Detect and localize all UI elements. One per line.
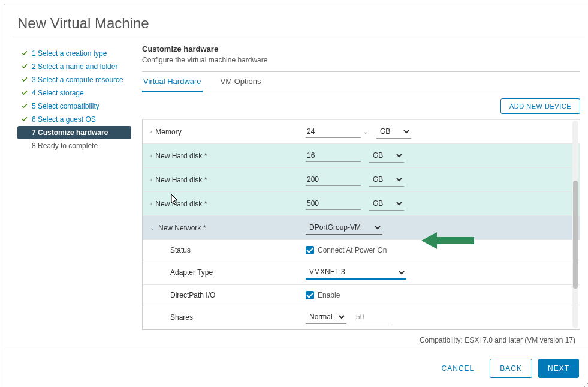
step-storage[interactable]: 4 Select storage: [17, 86, 131, 100]
row-label-text: New Hard disk *: [155, 152, 207, 160]
next-button[interactable]: NEXT: [538, 359, 579, 378]
memory-unit-select[interactable]: GB: [376, 125, 411, 139]
add-new-device-button[interactable]: ADD NEW DEVICE: [500, 98, 580, 114]
compatibility-note: Compatibility: ESXi 7.0 and later (VM ve…: [142, 336, 575, 344]
hd3-size-input[interactable]: [306, 197, 361, 210]
row-label-text: Memory: [155, 128, 181, 136]
step-label: 1 Select a creation type: [32, 49, 107, 58]
new-vm-modal: New Virtual Machine 1 Select a creation …: [4, 4, 588, 387]
step-label: 2 Select a name and folder: [32, 62, 117, 71]
device-list: ›Memory ⌄ GB ›New Hard disk * GB: [142, 119, 580, 330]
check-icon: [21, 76, 28, 83]
scrollbar[interactable]: [572, 121, 578, 328]
chevron-down-icon[interactable]: ⌄: [363, 128, 368, 135]
tabs: Virtual Hardware VM Options: [142, 72, 580, 92]
step-label: 5 Select compatibility: [32, 102, 99, 110]
row-adapter-type: Adapter Type VMXNET 3: [143, 260, 580, 284]
step-label: 7 Customize hardware: [32, 128, 108, 137]
back-button[interactable]: BACK: [490, 359, 532, 378]
check-icon: [21, 63, 28, 70]
resize-handle-icon[interactable]: [583, 382, 588, 387]
chevron-down-icon[interactable]: ⌄: [150, 224, 155, 231]
section-heading: Customize hardware: [142, 44, 580, 53]
row-shares: Shares Normal: [143, 305, 580, 329]
row-reservation: Reservation ⌄ Mbit/s: [143, 329, 580, 329]
checkbox-checked-icon: [306, 291, 314, 299]
step-label: 8 Ready to complete: [32, 142, 98, 150]
check-icon: [21, 116, 28, 123]
step-compatibility[interactable]: 5 Select compatibility: [17, 100, 131, 113]
row-label-text: New Hard disk *: [155, 176, 207, 184]
checkbox-checked-icon: [306, 246, 314, 254]
step-label: 4 Select storage: [32, 89, 84, 97]
tab-virtual-hardware[interactable]: Virtual Hardware: [142, 72, 203, 92]
row-label-text: New Hard disk *: [155, 200, 207, 208]
wizard-steps: 1 Select a creation type 2 Select a name…: [17, 44, 131, 344]
row-memory: ›Memory ⌄ GB: [143, 119, 580, 143]
shares-value-input[interactable]: [355, 311, 391, 323]
step-guest-os[interactable]: 6 Select a guest OS: [17, 113, 131, 126]
step-label: 3 Select a compute resource: [32, 76, 123, 84]
row-label-text: New Network *: [158, 224, 206, 232]
wizard-footer: CANCEL BACK NEXT: [4, 349, 588, 387]
hd1-unit-select[interactable]: GB: [369, 149, 404, 163]
cancel-button[interactable]: CANCEL: [432, 359, 484, 378]
checkbox-label: Enable: [318, 291, 340, 299]
main-panel: Customize hardware Configure the virtual…: [131, 44, 585, 344]
shares-level-select[interactable]: Normal: [306, 310, 346, 324]
checkbox-label: Connect At Power On: [318, 246, 387, 254]
section-subheading: Configure the virtual machine hardware: [142, 56, 580, 64]
row-status: Status Connect At Power On: [143, 239, 580, 260]
step-name-folder[interactable]: 2 Select a name and folder: [17, 60, 131, 73]
directpath-enable-checkbox[interactable]: Enable: [306, 291, 340, 299]
chevron-right-icon[interactable]: ›: [150, 128, 152, 135]
step-ready-complete[interactable]: 8 Ready to complete: [17, 139, 131, 152]
check-icon: [21, 89, 28, 97]
hd2-unit-select[interactable]: GB: [369, 173, 404, 187]
memory-value-input[interactable]: [306, 125, 361, 138]
row-label-text: DirectPath I/O: [170, 291, 215, 299]
row-label-text: Status: [170, 246, 191, 254]
hd1-size-input[interactable]: [306, 149, 361, 162]
row-hard-disk-1: ›New Hard disk * GB: [143, 143, 580, 167]
chevron-right-icon[interactable]: ›: [150, 152, 152, 159]
check-icon: [21, 103, 28, 110]
network-portgroup-select[interactable]: DPortGroup-VM: [306, 221, 382, 235]
hd3-unit-select[interactable]: GB: [369, 197, 404, 211]
step-customize-hardware[interactable]: 7 Customize hardware: [17, 126, 131, 139]
row-label-text: Shares: [170, 313, 193, 322]
check-icon: [21, 50, 28, 57]
adapter-type-select[interactable]: VMXNET 3: [306, 265, 406, 280]
modal-title: New Virtual Machine: [4, 4, 588, 38]
row-label-text: Adapter Type: [170, 268, 213, 277]
connect-at-power-on-checkbox[interactable]: Connect At Power On: [306, 246, 387, 254]
row-new-network: ⌄New Network * DPortGroup-VM: [143, 215, 580, 239]
tab-vm-options[interactable]: VM Options: [219, 72, 263, 92]
step-compute-resource[interactable]: 3 Select a compute resource: [17, 73, 131, 86]
step-label: 6 Select a guest OS: [32, 115, 96, 124]
row-directpath-io: DirectPath I/O Enable: [143, 284, 580, 305]
row-hard-disk-3: ›New Hard disk * GB: [143, 191, 580, 215]
step-creation-type[interactable]: 1 Select a creation type: [17, 47, 131, 60]
scrollbar-thumb[interactable]: [573, 181, 578, 289]
hd2-size-input[interactable]: [306, 173, 361, 186]
chevron-right-icon[interactable]: ›: [150, 176, 152, 183]
toolbar: ADD NEW DEVICE: [142, 98, 580, 114]
row-hard-disk-2: ›New Hard disk * GB: [143, 167, 580, 191]
chevron-right-icon[interactable]: ›: [150, 200, 152, 207]
